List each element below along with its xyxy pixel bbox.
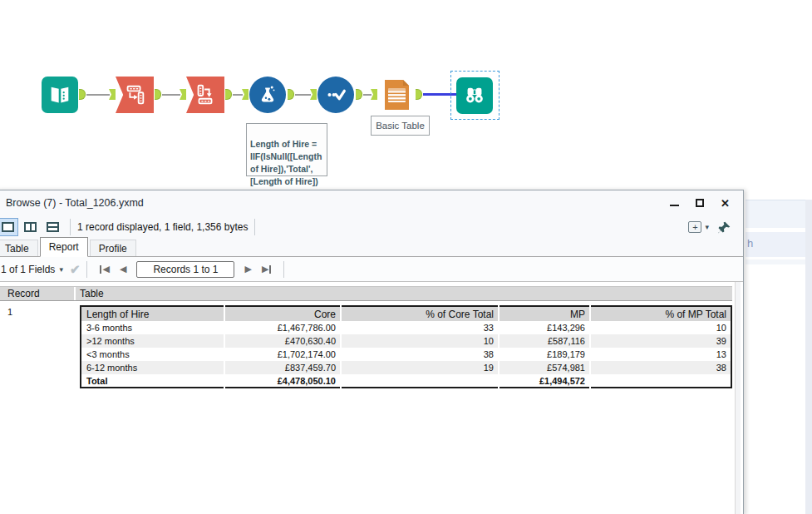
report-cell: 6-12 months [81, 361, 224, 374]
report-column-header: Core [224, 306, 341, 321]
table-annotation[interactable]: Basic Table [371, 116, 430, 136]
pin-icon[interactable] [717, 220, 731, 235]
output-anchor[interactable] [225, 89, 232, 100]
tab-bar: Table Report Profile [0, 239, 743, 257]
apply-check-icon[interactable]: ✔ [70, 262, 81, 277]
last-bar-icon [269, 265, 271, 274]
first-bar-icon [100, 265, 101, 274]
horizontal-split-button[interactable] [42, 218, 63, 236]
background-panel: h [746, 190, 812, 514]
input-anchor[interactable] [109, 89, 116, 100]
report-cell: £837,459.70 [224, 361, 341, 374]
field-selector[interactable]: 1 of 1 Fields ▾ [1, 264, 63, 275]
input-anchor[interactable] [180, 89, 186, 100]
first-record-button[interactable]: ◀ [94, 264, 114, 274]
tab-table[interactable]: Table [0, 240, 38, 256]
window-scrollbar-track[interactable] [735, 282, 741, 514]
check-dots-icon [323, 82, 348, 107]
unique-tool[interactable] [317, 77, 354, 113]
formula-annotation-text: Length of Hire = IIF(IsNull([Length of H… [250, 139, 322, 186]
output-anchor[interactable] [288, 89, 294, 100]
record-number: 1 [7, 307, 12, 317]
background-band: h [746, 232, 812, 257]
report-cell: 10 [341, 334, 499, 348]
chevron-down-icon: ▾ [59, 265, 63, 274]
window-toolbar: 1 record displayed, 1 field, 1,356 bytes… [0, 215, 743, 239]
connection [233, 94, 243, 96]
separator [86, 261, 87, 278]
report-cell: £470,630.40 [224, 334, 341, 348]
records-range-box[interactable]: Records 1 to 1 [136, 261, 234, 278]
report-cell: 38 [590, 361, 731, 374]
report-cell: 38 [341, 348, 499, 361]
vertical-split-button[interactable] [20, 218, 41, 236]
background-band [746, 200, 812, 228]
report-row: <3 months£1,702,174.0038£189,17913 [81, 348, 731, 361]
chevron-down-icon[interactable]: ▾ [705, 223, 709, 231]
minimize-button[interactable] [670, 199, 679, 208]
report-row: 3-6 months£1,467,786.0033£143,29610 [81, 321, 731, 334]
column-separator[interactable] [74, 287, 76, 300]
maximize-button[interactable] [696, 199, 704, 207]
report-cell: 13 [590, 348, 731, 361]
last-record-button[interactable]: ▶ [257, 264, 277, 274]
report-cell: 39 [590, 334, 731, 348]
formula-annotation[interactable]: Length of Hire = IIF(IsNull([Length of H… [246, 123, 327, 176]
report-cell: 33 [341, 321, 499, 334]
output-anchor[interactable] [356, 89, 362, 100]
field-selector-label: 1 of 1 Fields [1, 264, 55, 275]
report-header-row: Length of HireCore% of Core TotalMP% of … [81, 306, 731, 321]
tab-profile[interactable]: Profile [90, 240, 136, 256]
output-anchor[interactable] [79, 89, 86, 100]
record-navigation-bar: 1 of 1 Fields ▾ ✔ ◀ ◀ Records 1 to 1 ▶ ▶ [0, 257, 743, 282]
report-column-header: MP [499, 306, 590, 321]
next-record-button[interactable]: ▶ [239, 264, 256, 274]
report-cell: 3-6 months [81, 321, 224, 334]
connection [363, 94, 372, 96]
formula-tool[interactable] [249, 77, 286, 113]
report-cell: 10 [590, 321, 731, 334]
cross-tab-tool[interactable] [186, 77, 224, 113]
transpose-tool[interactable] [116, 77, 154, 113]
records-range-label: Records 1 to 1 [153, 264, 218, 275]
connection [162, 94, 180, 96]
input-data-tool[interactable] [42, 77, 78, 113]
report-cell: 19 [341, 361, 499, 374]
report-cell: £1,702,174.00 [224, 348, 341, 361]
report-cell: Total [81, 374, 224, 388]
previous-record-button[interactable]: ◀ [115, 264, 131, 274]
report-cell [590, 374, 731, 388]
table-tool[interactable] [378, 77, 415, 113]
input-anchor[interactable] [242, 89, 249, 100]
close-button[interactable]: ✕ [721, 199, 730, 208]
input-anchor[interactable] [371, 89, 377, 100]
output-anchor[interactable] [416, 89, 422, 100]
add-pane-icon[interactable]: + [688, 221, 701, 233]
browse-tool[interactable] [456, 77, 493, 114]
horizontal-split-icon [47, 222, 59, 232]
output-anchor[interactable] [155, 89, 161, 100]
connection [86, 94, 110, 96]
status-text: 1 record displayed, 1 field, 1,356 bytes [77, 221, 248, 233]
browse-window: Browse (7) - Total_1206.yxmd ✕ 1 record … [0, 190, 744, 514]
single-pane-icon [2, 222, 14, 232]
tab-report[interactable]: Report [40, 237, 88, 257]
report-cell: <3 months [81, 348, 224, 361]
input-anchor[interactable] [310, 89, 317, 100]
report-cell: >12 months [81, 334, 224, 348]
cross-tab-icon [193, 82, 218, 107]
report-cell [341, 374, 499, 388]
report-row: >12 months£470,630.4010£587,11639 [81, 334, 731, 348]
table-page-icon [378, 77, 415, 113]
window-titlebar[interactable]: Browse (7) - Total_1206.yxmd ✕ [0, 190, 743, 215]
background-scrollbar[interactable] [805, 200, 812, 514]
workflow-canvas: Length of Hire = IIF(IsNull([Length of H… [0, 0, 812, 190]
background-band [746, 259, 812, 264]
single-pane-button[interactable] [0, 218, 18, 236]
report-column-header: Length of Hire [81, 306, 224, 321]
flask-icon [255, 82, 280, 107]
report-cell: £143,296 [499, 321, 590, 334]
table-column-header: Table [80, 288, 104, 299]
background-fragment-text: h [747, 237, 753, 250]
record-column-header: Record [7, 288, 40, 299]
